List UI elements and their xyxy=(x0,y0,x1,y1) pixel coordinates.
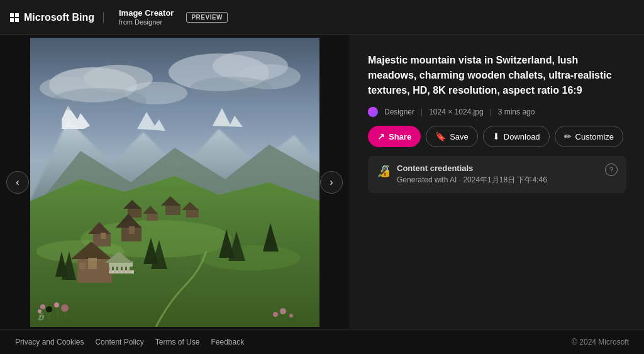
footer-links: Privacy and Cookies Content Policy Terms… xyxy=(15,338,244,346)
footer-copyright: © 2024 Microsoft xyxy=(572,338,629,346)
action-buttons: ↗ Share 🔖 Save ⬇ Download ✏ Customize xyxy=(368,126,626,147)
svg-point-46 xyxy=(54,302,59,307)
image-watermark: 𝕓 xyxy=(38,312,44,322)
svg-point-63 xyxy=(52,88,147,113)
footer-link-content-policy[interactable]: Content Policy xyxy=(95,338,143,346)
credentials-text: Content credentials Generated with AI · … xyxy=(397,163,599,185)
image-title: Majestic mountain vista in Switzerland, … xyxy=(368,53,626,98)
svg-rect-27 xyxy=(88,258,97,269)
svg-point-64 xyxy=(191,77,272,99)
svg-point-55 xyxy=(289,314,293,318)
svg-point-45 xyxy=(46,306,52,313)
image-creator-block: Image Creator from Designer xyxy=(110,8,174,26)
svg-point-54 xyxy=(280,308,286,314)
bing-grid-icon xyxy=(10,13,19,22)
footer-link-feedback[interactable]: Feedback xyxy=(211,338,244,346)
main-image: 𝕓 xyxy=(30,38,319,327)
share-icon: ↗ xyxy=(377,131,385,141)
header-logo: Microsoft Bing Image Creator from Design… xyxy=(10,8,228,26)
designer-label: Designer xyxy=(384,108,414,116)
svg-rect-15 xyxy=(165,204,180,215)
save-icon: 🔖 xyxy=(435,131,446,141)
bing-logo: Microsoft Bing xyxy=(10,12,104,23)
header: Microsoft Bing Image Creator from Design… xyxy=(0,0,644,35)
customize-label: Customize xyxy=(575,132,614,141)
svg-rect-28 xyxy=(79,263,86,269)
footer-link-terms[interactable]: Terms of Use xyxy=(155,338,200,346)
bing-text: Microsoft Bing xyxy=(24,12,94,23)
image-creator-title: Image Creator xyxy=(119,8,174,18)
credentials-icon: 🔏 xyxy=(377,164,391,178)
chevron-right-icon: › xyxy=(330,177,333,188)
meta-divider-2: | xyxy=(490,108,492,116)
prev-image-button[interactable]: ‹ xyxy=(6,171,29,194)
image-section: ‹ xyxy=(0,35,349,329)
svg-rect-21 xyxy=(101,233,106,239)
meta-divider-1: | xyxy=(421,108,423,116)
credentials-title: Content credentials xyxy=(397,163,599,173)
customize-button[interactable]: ✏ Customize xyxy=(555,126,623,147)
footer-link-privacy[interactable]: Privacy and Cookies xyxy=(15,338,84,346)
share-button[interactable]: ↗ Share xyxy=(368,126,421,147)
scene-svg xyxy=(30,38,319,327)
svg-rect-17 xyxy=(186,209,199,218)
download-label: Download xyxy=(504,132,540,141)
download-button[interactable]: ⬇ Download xyxy=(483,126,550,147)
svg-rect-52 xyxy=(65,311,66,318)
footer: Privacy and Cookies Content Policy Terms… xyxy=(0,329,644,354)
help-icon: ? xyxy=(609,166,613,174)
next-image-button[interactable]: › xyxy=(320,171,343,194)
credentials-box: 🔏 Content credentials Generated with AI … xyxy=(368,156,626,193)
chevron-left-icon: ‹ xyxy=(16,177,19,188)
share-label: Share xyxy=(389,132,411,141)
image-time: 3 mins ago xyxy=(498,108,535,116)
credentials-description: Generated with AI · 2024年1月18日 下午4:46 xyxy=(397,175,599,185)
svg-rect-29 xyxy=(109,270,134,274)
image-meta: Designer | 1024 × 1024.jpg | 3 mins ago xyxy=(368,107,626,117)
svg-rect-50 xyxy=(49,312,50,321)
customize-icon: ✏ xyxy=(564,131,572,141)
info-section: Majestic mountain vista in Switzerland, … xyxy=(349,35,644,329)
save-label: Save xyxy=(450,132,469,141)
designer-icon xyxy=(368,107,378,117)
svg-rect-24 xyxy=(129,226,135,234)
download-icon: ⬇ xyxy=(492,131,500,141)
preview-badge: PREVIEW xyxy=(186,12,228,23)
image-dimensions: 1024 × 1024.jpg xyxy=(429,108,483,116)
credentials-help-button[interactable]: ? xyxy=(605,163,618,176)
svg-point-9 xyxy=(200,245,301,270)
main-content: ‹ xyxy=(0,35,644,329)
svg-point-53 xyxy=(273,312,278,317)
image-creator-subtitle: from Designer xyxy=(119,18,174,26)
svg-rect-51 xyxy=(57,307,58,316)
save-button[interactable]: 🔖 Save xyxy=(426,126,478,147)
